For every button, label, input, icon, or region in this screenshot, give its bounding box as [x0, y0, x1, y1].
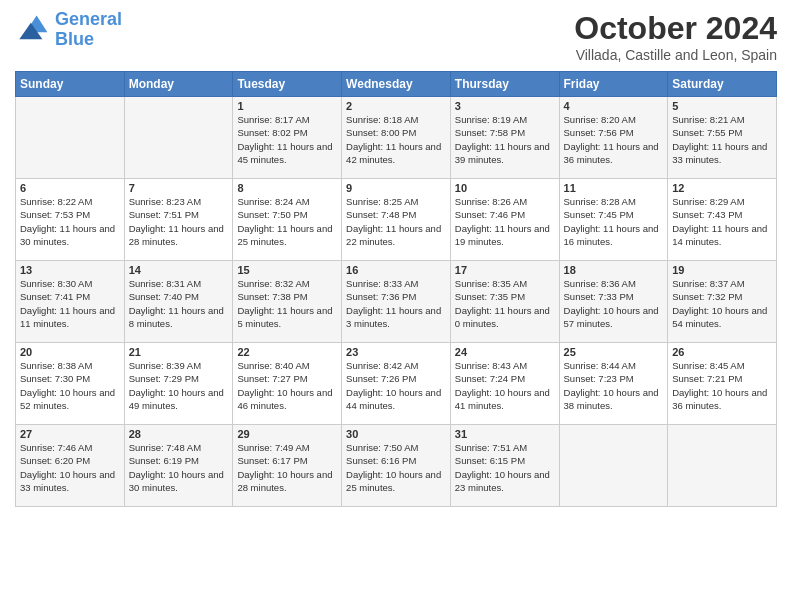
day-cell: 14Sunrise: 8:31 AM Sunset: 7:40 PM Dayli…: [124, 261, 233, 343]
day-cell: 18Sunrise: 8:36 AM Sunset: 7:33 PM Dayli…: [559, 261, 668, 343]
day-cell: 16Sunrise: 8:33 AM Sunset: 7:36 PM Dayli…: [342, 261, 451, 343]
day-info: Sunrise: 8:39 AM Sunset: 7:29 PM Dayligh…: [129, 359, 229, 412]
day-info: Sunrise: 7:46 AM Sunset: 6:20 PM Dayligh…: [20, 441, 120, 494]
day-number: 16: [346, 264, 446, 276]
day-cell: 7Sunrise: 8:23 AM Sunset: 7:51 PM Daylig…: [124, 179, 233, 261]
day-number: 18: [564, 264, 664, 276]
logo-blue: Blue: [55, 29, 94, 49]
day-info: Sunrise: 8:38 AM Sunset: 7:30 PM Dayligh…: [20, 359, 120, 412]
day-cell: 8Sunrise: 8:24 AM Sunset: 7:50 PM Daylig…: [233, 179, 342, 261]
day-number: 27: [20, 428, 120, 440]
logo: General Blue: [15, 10, 122, 50]
day-number: 13: [20, 264, 120, 276]
day-number: 25: [564, 346, 664, 358]
col-sunday: Sunday: [16, 72, 125, 97]
logo-icon: [15, 12, 51, 48]
header: General Blue October 2024 Villada, Casti…: [15, 10, 777, 63]
day-cell: 9Sunrise: 8:25 AM Sunset: 7:48 PM Daylig…: [342, 179, 451, 261]
day-info: Sunrise: 8:35 AM Sunset: 7:35 PM Dayligh…: [455, 277, 555, 330]
day-number: 26: [672, 346, 772, 358]
day-info: Sunrise: 7:49 AM Sunset: 6:17 PM Dayligh…: [237, 441, 337, 494]
week-row-3: 20Sunrise: 8:38 AM Sunset: 7:30 PM Dayli…: [16, 343, 777, 425]
day-number: 15: [237, 264, 337, 276]
day-cell: 27Sunrise: 7:46 AM Sunset: 6:20 PM Dayli…: [16, 425, 125, 507]
week-row-0: 1Sunrise: 8:17 AM Sunset: 8:02 PM Daylig…: [16, 97, 777, 179]
day-info: Sunrise: 8:24 AM Sunset: 7:50 PM Dayligh…: [237, 195, 337, 248]
day-info: Sunrise: 8:18 AM Sunset: 8:00 PM Dayligh…: [346, 113, 446, 166]
day-cell: 30Sunrise: 7:50 AM Sunset: 6:16 PM Dayli…: [342, 425, 451, 507]
day-cell: [668, 425, 777, 507]
day-number: 28: [129, 428, 229, 440]
day-cell: 31Sunrise: 7:51 AM Sunset: 6:15 PM Dayli…: [450, 425, 559, 507]
day-cell: 11Sunrise: 8:28 AM Sunset: 7:45 PM Dayli…: [559, 179, 668, 261]
day-number: 3: [455, 100, 555, 112]
day-number: 1: [237, 100, 337, 112]
day-number: 21: [129, 346, 229, 358]
day-number: 10: [455, 182, 555, 194]
day-info: Sunrise: 8:40 AM Sunset: 7:27 PM Dayligh…: [237, 359, 337, 412]
col-saturday: Saturday: [668, 72, 777, 97]
day-info: Sunrise: 8:26 AM Sunset: 7:46 PM Dayligh…: [455, 195, 555, 248]
day-number: 14: [129, 264, 229, 276]
col-friday: Friday: [559, 72, 668, 97]
day-info: Sunrise: 8:29 AM Sunset: 7:43 PM Dayligh…: [672, 195, 772, 248]
month-title: October 2024: [574, 10, 777, 47]
day-info: Sunrise: 8:21 AM Sunset: 7:55 PM Dayligh…: [672, 113, 772, 166]
day-number: 20: [20, 346, 120, 358]
day-info: Sunrise: 8:31 AM Sunset: 7:40 PM Dayligh…: [129, 277, 229, 330]
week-row-4: 27Sunrise: 7:46 AM Sunset: 6:20 PM Dayli…: [16, 425, 777, 507]
day-info: Sunrise: 8:17 AM Sunset: 8:02 PM Dayligh…: [237, 113, 337, 166]
day-info: Sunrise: 8:28 AM Sunset: 7:45 PM Dayligh…: [564, 195, 664, 248]
day-number: 19: [672, 264, 772, 276]
title-block: October 2024 Villada, Castille and Leon,…: [574, 10, 777, 63]
day-cell: 20Sunrise: 8:38 AM Sunset: 7:30 PM Dayli…: [16, 343, 125, 425]
day-number: 12: [672, 182, 772, 194]
logo-text: General Blue: [55, 10, 122, 50]
day-cell: 4Sunrise: 8:20 AM Sunset: 7:56 PM Daylig…: [559, 97, 668, 179]
location: Villada, Castille and Leon, Spain: [574, 47, 777, 63]
day-cell: 13Sunrise: 8:30 AM Sunset: 7:41 PM Dayli…: [16, 261, 125, 343]
day-cell: 10Sunrise: 8:26 AM Sunset: 7:46 PM Dayli…: [450, 179, 559, 261]
day-cell: 19Sunrise: 8:37 AM Sunset: 7:32 PM Dayli…: [668, 261, 777, 343]
day-info: Sunrise: 8:22 AM Sunset: 7:53 PM Dayligh…: [20, 195, 120, 248]
day-info: Sunrise: 7:51 AM Sunset: 6:15 PM Dayligh…: [455, 441, 555, 494]
day-number: 5: [672, 100, 772, 112]
day-number: 7: [129, 182, 229, 194]
calendar-table: Sunday Monday Tuesday Wednesday Thursday…: [15, 71, 777, 507]
day-cell: [16, 97, 125, 179]
day-info: Sunrise: 7:50 AM Sunset: 6:16 PM Dayligh…: [346, 441, 446, 494]
day-info: Sunrise: 8:33 AM Sunset: 7:36 PM Dayligh…: [346, 277, 446, 330]
col-thursday: Thursday: [450, 72, 559, 97]
day-info: Sunrise: 8:30 AM Sunset: 7:41 PM Dayligh…: [20, 277, 120, 330]
day-number: 29: [237, 428, 337, 440]
day-info: Sunrise: 8:32 AM Sunset: 7:38 PM Dayligh…: [237, 277, 337, 330]
logo-general: General: [55, 9, 122, 29]
day-number: 6: [20, 182, 120, 194]
week-row-2: 13Sunrise: 8:30 AM Sunset: 7:41 PM Dayli…: [16, 261, 777, 343]
day-number: 24: [455, 346, 555, 358]
day-info: Sunrise: 8:44 AM Sunset: 7:23 PM Dayligh…: [564, 359, 664, 412]
day-info: Sunrise: 8:25 AM Sunset: 7:48 PM Dayligh…: [346, 195, 446, 248]
day-info: Sunrise: 8:37 AM Sunset: 7:32 PM Dayligh…: [672, 277, 772, 330]
day-number: 11: [564, 182, 664, 194]
day-number: 2: [346, 100, 446, 112]
day-cell: [559, 425, 668, 507]
day-cell: 23Sunrise: 8:42 AM Sunset: 7:26 PM Dayli…: [342, 343, 451, 425]
day-number: 31: [455, 428, 555, 440]
day-number: 17: [455, 264, 555, 276]
day-info: Sunrise: 8:36 AM Sunset: 7:33 PM Dayligh…: [564, 277, 664, 330]
day-info: Sunrise: 8:42 AM Sunset: 7:26 PM Dayligh…: [346, 359, 446, 412]
week-row-1: 6Sunrise: 8:22 AM Sunset: 7:53 PM Daylig…: [16, 179, 777, 261]
day-number: 9: [346, 182, 446, 194]
day-cell: 3Sunrise: 8:19 AM Sunset: 7:58 PM Daylig…: [450, 97, 559, 179]
col-tuesday: Tuesday: [233, 72, 342, 97]
day-cell: 6Sunrise: 8:22 AM Sunset: 7:53 PM Daylig…: [16, 179, 125, 261]
day-cell: [124, 97, 233, 179]
day-cell: 29Sunrise: 7:49 AM Sunset: 6:17 PM Dayli…: [233, 425, 342, 507]
day-number: 30: [346, 428, 446, 440]
day-info: Sunrise: 8:45 AM Sunset: 7:21 PM Dayligh…: [672, 359, 772, 412]
day-cell: 1Sunrise: 8:17 AM Sunset: 8:02 PM Daylig…: [233, 97, 342, 179]
day-info: Sunrise: 8:23 AM Sunset: 7:51 PM Dayligh…: [129, 195, 229, 248]
day-number: 8: [237, 182, 337, 194]
day-cell: 25Sunrise: 8:44 AM Sunset: 7:23 PM Dayli…: [559, 343, 668, 425]
